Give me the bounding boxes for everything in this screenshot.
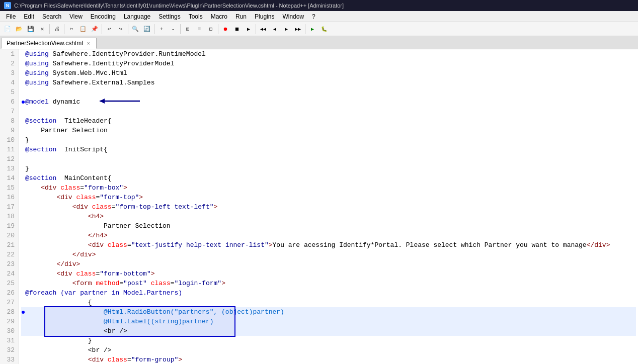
toolbar-zoom-out[interactable]: -: [168, 24, 179, 35]
sep3: [102, 24, 102, 34]
toolbar-print[interactable]: 🖨: [51, 24, 62, 35]
code-content-6: @model dynamic: [25, 97, 80, 107]
code-line-6: @model dynamic: [21, 97, 636, 107]
line-num-33: 33: [4, 355, 15, 364]
menu-item-language[interactable]: Language: [120, 12, 154, 21]
toolbar-copy[interactable]: 📋: [77, 24, 89, 35]
menu-item-view[interactable]: View: [65, 12, 87, 21]
code-line-11: @section InitScript{: [21, 145, 636, 154]
bookmark-19: [21, 221, 25, 231]
tab-partner-selection[interactable]: PartnerSelectionView.cshtml ×: [1, 38, 97, 49]
code-content-9: Partner Selection: [25, 126, 108, 135]
menu-item-tools[interactable]: Tools: [185, 12, 207, 21]
bookmark-15: [21, 183, 25, 193]
line-num-2: 2: [4, 59, 15, 68]
toolbar-b2[interactable]: ≡: [194, 24, 205, 35]
code-content-25: <form method="post" class="login-form">: [25, 279, 225, 288]
menu-item-run[interactable]: Run: [231, 12, 251, 21]
toolbar-nav2[interactable]: ◀: [269, 24, 280, 35]
bookmark-20: [21, 231, 25, 240]
editor-area: 1234567891011121314151617181920212223242…: [0, 49, 638, 364]
toolbar-replace[interactable]: 🔄: [141, 24, 152, 35]
menu-item-settings[interactable]: Settings: [154, 12, 184, 21]
bookmark-27: [21, 298, 25, 307]
line-num-30: 30: [4, 326, 15, 336]
toolbar-redo[interactable]: ↪: [115, 24, 126, 35]
toolbar-debug[interactable]: 🐛: [318, 24, 330, 35]
toolbar-run[interactable]: ▶: [307, 24, 318, 35]
bookmark-8: [21, 116, 25, 126]
toolbar-nav4[interactable]: ▶▶: [292, 24, 303, 35]
line-num-17: 17: [4, 202, 15, 212]
bookmark-30: [21, 326, 25, 336]
menu-item-encoding[interactable]: Encoding: [87, 12, 120, 21]
line-num-16: 16: [4, 193, 15, 202]
code-content-3: @using System.Web.Mvc.Html: [25, 68, 127, 78]
code-content-15: <div class="form-box">: [25, 183, 127, 193]
line-num-13: 13: [4, 164, 15, 173]
toolbar-close[interactable]: ✕: [37, 24, 48, 35]
bookmark-16: [21, 193, 25, 202]
toolbar-new[interactable]: 📄: [2, 24, 13, 35]
code-line-28: @Html.RadioButton("partners", (object)pa…: [21, 307, 636, 317]
code-content-18: <h4>: [25, 212, 104, 221]
code-content-8: @section TitleHeader{: [25, 116, 112, 126]
sep9: [305, 24, 305, 34]
bookmark-10: [21, 135, 25, 145]
bookmark-18: [21, 212, 25, 221]
toolbar-b1[interactable]: ⊞: [182, 24, 193, 35]
code-line-26: @foreach (var partner in Model.Partners): [21, 288, 636, 298]
bookmark-28: [21, 307, 25, 317]
toolbar-record[interactable]: ⏺: [220, 24, 231, 35]
code-content-1: @using Safewhere.IdentityProvider.Runtim…: [25, 49, 206, 59]
toolbar-cut[interactable]: ✂: [66, 24, 77, 35]
code-line-16: <div class="form-top">: [21, 193, 636, 202]
code-line-24: <div class="form-bottom">: [21, 269, 636, 279]
code-line-3: @using System.Web.Mvc.Html: [21, 68, 636, 78]
code-content-23: </div>: [25, 259, 80, 269]
code-content-33: <div class="form-group">: [25, 355, 182, 364]
bookmark-11: [21, 145, 25, 154]
toolbar-nav1[interactable]: ◀◀: [258, 24, 269, 35]
code-line-32: <br />: [21, 345, 636, 355]
bookmark-4: [21, 78, 25, 87]
line-num-21: 21: [4, 240, 15, 250]
code-content-14: @section MainContent{: [25, 173, 112, 183]
line-num-6: 6: [4, 97, 15, 107]
toolbar-nav3[interactable]: ▶: [281, 24, 292, 35]
code-area[interactable]: @using Safewhere.IdentityProvider.Runtim…: [19, 49, 638, 364]
bookmark-24: [21, 269, 25, 279]
toolbar-save[interactable]: 💾: [25, 24, 36, 35]
code-line-12: [21, 154, 636, 164]
sep1: [49, 24, 50, 34]
toolbar-b3[interactable]: ⊟: [205, 24, 216, 35]
menu-item-file[interactable]: File: [2, 12, 20, 21]
toolbar-paste[interactable]: 📌: [89, 24, 100, 35]
toolbar-open[interactable]: 📂: [14, 24, 25, 35]
bookmark-7: [21, 107, 25, 116]
bookmark-26: [21, 288, 25, 298]
menu-item-?[interactable]: ?: [308, 12, 320, 21]
code-content-10: }: [25, 135, 29, 145]
line-num-28: 28: [4, 307, 15, 317]
menu-item-plugins[interactable]: Plugins: [251, 12, 278, 21]
menu-item-search[interactable]: Search: [38, 12, 65, 21]
toolbar-play[interactable]: ▶: [243, 24, 254, 35]
code-content-16: <div class="form-top">: [25, 193, 143, 202]
menu-item-window[interactable]: Window: [278, 12, 308, 21]
line-num-20: 20: [4, 231, 15, 240]
bookmark-14: [21, 173, 25, 183]
toolbar-stop[interactable]: ⏹: [231, 24, 243, 35]
line-num-19: 19: [4, 221, 15, 231]
toolbar-undo[interactable]: ↩: [104, 24, 115, 35]
code-line-21: <div class="text-justify help-text inner…: [21, 240, 636, 250]
line-num-23: 23: [4, 259, 15, 269]
toolbar-zoom-in[interactable]: +: [156, 24, 167, 35]
tab-close-button[interactable]: ×: [86, 41, 91, 46]
bookmark-1: [21, 49, 25, 59]
toolbar-find[interactable]: 🔍: [130, 24, 141, 35]
menu-item-edit[interactable]: Edit: [20, 12, 38, 21]
line-num-27: 27: [4, 298, 15, 307]
menu-item-macro[interactable]: Macro: [207, 12, 231, 21]
code-content-4: @using Safewhere.External.Samples: [25, 78, 154, 87]
